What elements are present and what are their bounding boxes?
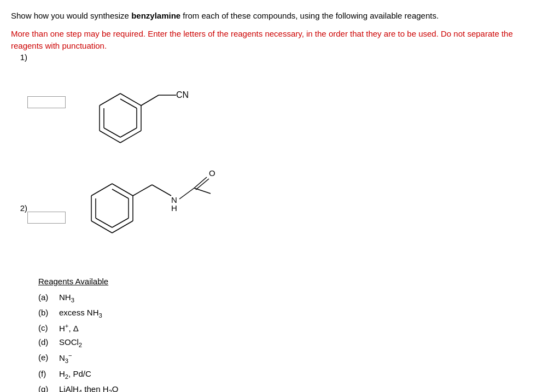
reagent-a-text: NH3	[59, 290, 74, 306]
reagent-b: (b) excess NH3	[38, 306, 549, 321]
reagent-d-label: (d)	[38, 335, 55, 350]
reagent-c: (c) H+, Δ	[38, 321, 549, 336]
reagents-title: Reagents Available	[38, 277, 549, 286]
red-instruction: More than one step may be required. Ente…	[11, 28, 549, 52]
svg-line-14	[91, 221, 112, 233]
intro-main-after: from each of these compounds, using the …	[180, 11, 439, 20]
reagent-f-text: H2, Pd/C	[59, 367, 91, 382]
nc-bond	[179, 188, 194, 199]
reagent-b-text: excess NH3	[59, 306, 102, 321]
svg-line-17	[112, 189, 129, 198]
svg-line-3	[100, 131, 120, 143]
o-label: O	[209, 168, 215, 178]
q1-answer-input[interactable]	[27, 96, 66, 108]
q2-answer-input[interactable]	[27, 212, 66, 224]
reagent-e-text: N3−	[59, 350, 72, 366]
reagents-list: (a) NH3 (b) excess NH3 (c) H+, Δ (d) SOC…	[38, 290, 549, 393]
question-2-row: 2)	[11, 156, 549, 260]
reagent-f: (f) H2, Pd/C	[38, 367, 549, 382]
svg-line-20	[96, 218, 112, 227]
reagent-b-label: (b)	[38, 306, 55, 321]
benzene-ring-1	[100, 93, 141, 143]
svg-line-5	[100, 93, 120, 106]
reagent-c-label: (c)	[38, 321, 55, 336]
svg-line-19	[112, 218, 129, 227]
reagent-g: (g) LiAlH4 then H2O	[38, 382, 549, 392]
molecule-1-svg: CN	[71, 52, 191, 162]
reagent-e-label: (e)	[38, 350, 55, 366]
svg-line-11	[112, 184, 133, 196]
cn-label: CN	[176, 90, 189, 100]
reagent-d-text: SOCl2	[59, 335, 82, 350]
intro-bold: benzylamine	[131, 11, 180, 20]
molecule-2-svg: N H O	[71, 156, 235, 260]
reagents-section: Reagents Available (a) NH3 (b) excess NH…	[38, 277, 549, 393]
ch2-bond	[141, 95, 159, 106]
reagent-f-label: (f)	[38, 367, 55, 382]
svg-line-13	[112, 221, 133, 233]
reagent-e: (e) N3−	[38, 350, 549, 366]
benzene-ring-2	[91, 184, 133, 233]
svg-line-16	[91, 184, 112, 196]
question-1-row: 1)	[11, 52, 549, 162]
q1-number: 1)	[11, 52, 27, 62]
n-bond	[152, 185, 171, 196]
q1-input-wrap	[27, 96, 66, 108]
reagent-g-label: (g)	[38, 382, 55, 392]
ch2-bond-2	[133, 185, 152, 196]
molecule-container: 1)	[11, 52, 549, 260]
q2-number: 2)	[11, 203, 27, 213]
svg-line-2	[120, 131, 141, 143]
cch3-bond	[194, 188, 211, 194]
intro-paragraph: Show how you would synthesize benzylamin…	[11, 10, 549, 22]
reagent-c-text: H+, Δ	[59, 321, 79, 336]
h-label: H	[171, 203, 177, 213]
svg-line-6	[120, 99, 137, 108]
svg-line-8	[120, 128, 137, 137]
reagent-a-label: (a)	[38, 290, 55, 306]
reagent-g-text: LiAlH4 then H2O	[59, 382, 118, 392]
svg-line-0	[120, 93, 141, 106]
reagent-d: (d) SOCl2	[38, 335, 549, 350]
reagent-a: (a) NH3	[38, 290, 549, 306]
svg-line-9	[104, 128, 120, 137]
main-content: Show how you would synthesize benzylamin…	[0, 0, 560, 392]
q2-input-wrap	[27, 212, 66, 224]
intro-main-text: Show how you would synthesize	[11, 11, 131, 20]
